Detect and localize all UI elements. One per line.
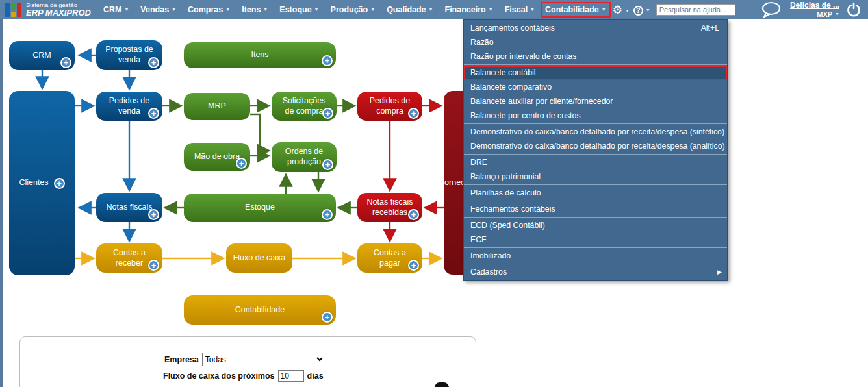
flow-box-crm[interactable]: CRM+	[9, 41, 75, 70]
add-plus-icon[interactable]: +	[322, 209, 333, 220]
clipped-button-arc	[435, 382, 449, 387]
flow-box-label: MRP	[208, 101, 226, 112]
add-plus-icon[interactable]: +	[236, 158, 247, 169]
empresa-label: Empresa	[164, 355, 199, 364]
add-plus-icon[interactable]: +	[54, 178, 65, 189]
flow-box-mrp[interactable]: MRP	[184, 93, 250, 120]
flow-box-solicitacoes_compra[interactable]: Solicitações de compra+	[272, 92, 337, 121]
menu-crm[interactable]: CRM▼	[97, 5, 134, 14]
add-plus-icon[interactable]: +	[148, 57, 159, 68]
flow-box-ordens_producao[interactable]: Ordens de produção+	[272, 142, 337, 172]
flow-box-propostas_venda[interactable]: Propostas de venda+	[96, 40, 162, 70]
company-selector[interactable]: MXP▼	[790, 10, 839, 19]
flow-box-contas_receber[interactable]: Contas a receber+	[96, 243, 162, 273]
dropdown-item-6-1[interactable]: ECF	[464, 232, 727, 247]
flow-box-notas_fiscais_recebidas[interactable]: Notas fiscais recebidas+	[357, 193, 422, 222]
menu-producao[interactable]: Produção▼	[325, 5, 381, 14]
empresa-select[interactable]: Todas	[202, 353, 326, 366]
flow-box-mao_de_obra[interactable]: Mão de obra+	[184, 143, 250, 171]
flow-box-contas_pagar[interactable]: Contas a pagar+	[357, 243, 422, 273]
help-icon[interactable]: ?▼	[632, 4, 652, 16]
flow-box-fluxo_caixa[interactable]: Fluxo de caixa	[226, 243, 292, 273]
add-plus-icon[interactable]: +	[322, 108, 333, 119]
flow-box-itens[interactable]: Itens+	[184, 42, 336, 68]
dropdown-item-2-1[interactable]: Demonstrativo do caixa/banco detalhado p…	[464, 139, 727, 153]
dropdown-item-5-0[interactable]: Fechamentos contábeis	[464, 202, 727, 216]
chat-icon[interactable]	[760, 1, 784, 18]
dropdown-item-7-0[interactable]: Imobilizado	[464, 249, 727, 263]
menu-separator	[464, 201, 727, 201]
chevron-down-icon: ▼	[314, 7, 319, 12]
flow-box-label: Mão de obra	[194, 152, 240, 162]
dropdown-item-2-0[interactable]: Demonstrativo do caixa/banco detalhado p…	[464, 125, 727, 139]
add-plus-icon[interactable]: +	[322, 312, 333, 323]
chevron-down-icon: ▼	[625, 8, 630, 13]
dropdown-item-1-3[interactable]: Balancete por centro de custos	[464, 108, 727, 123]
flow-box-label: Clientes	[19, 178, 48, 188]
chevron-down-icon: ▼	[370, 7, 375, 12]
app-logo: Sistema de gestão ERP MAXIPROD	[0, 2, 97, 18]
chevron-down-icon: ▼	[602, 7, 606, 12]
user-block: Delicias de ... MXP▼	[790, 1, 839, 19]
gear-icon[interactable]: ⚙▼	[611, 5, 632, 16]
flow-box-notas_fiscais[interactable]: Notas fiscais+	[96, 193, 162, 222]
dropdown-item-3-1[interactable]: Balanço patrimonial	[464, 169, 727, 184]
chevron-down-icon: ▼	[530, 7, 535, 12]
dropdown-item-0-0[interactable]: Lançamentos contábeisAlt+L	[464, 21, 727, 35]
dropdown-item-4-0[interactable]: Planilhas de cálculo	[464, 186, 727, 200]
erp-page: Sistema de gestão ERP MAXIPROD CRM▼Venda…	[0, 0, 868, 387]
add-plus-icon[interactable]: +	[408, 209, 419, 220]
flow-box-clientes[interactable]: Clientes+	[9, 91, 75, 275]
flow-box-pedidos_compra[interactable]: Pedidos de compra+	[357, 92, 422, 121]
main-menu-bar: CRM▼Vendas▼Compras▼Itens▼Estoque▼Produçã…	[97, 2, 611, 18]
menu-separator	[464, 247, 727, 248]
menu-separator	[464, 123, 727, 124]
menu-estoque[interactable]: Estoque▼	[274, 5, 324, 14]
menu-separator	[464, 264, 727, 264]
chevron-down-icon: ▼	[124, 7, 129, 12]
menu-fiscal[interactable]: Fiscal▼	[499, 5, 541, 14]
menu-financeiro[interactable]: Financeiro▼	[439, 5, 499, 14]
dropdown-item-3-0[interactable]: DRE	[464, 155, 727, 169]
menu-qualidade[interactable]: Qualidade▼	[381, 5, 439, 14]
chevron-down-icon: ▼	[835, 12, 839, 16]
menu-itens[interactable]: Itens▼	[236, 5, 274, 14]
add-plus-icon[interactable]: +	[322, 55, 333, 66]
add-plus-icon[interactable]: +	[322, 159, 333, 170]
dropdown-item-1-0[interactable]: Balancete contábil	[464, 66, 727, 80]
dashboard-filter-panel: Empresa Todas Fluxo de caixa dos próximo…	[19, 336, 476, 387]
dropdown-item-0-2[interactable]: Razão por intervalo de contas	[464, 49, 727, 64]
dropdown-item-6-0[interactable]: ECD (Sped Contábil)	[464, 218, 727, 232]
flow-box-label: Contabilidade	[235, 305, 285, 316]
add-plus-icon[interactable]: +	[148, 209, 159, 220]
menu-compras[interactable]: Compras▼	[182, 5, 236, 14]
dropdown-item-8-0[interactable]: Cadastros▶	[464, 265, 727, 279]
user-account-link[interactable]: Delicias de ...	[790, 1, 839, 10]
top-navigation-bar: Sistema de gestão ERP MAXIPROD CRM▼Venda…	[0, 0, 868, 19]
menu-separator	[464, 154, 727, 155]
menu-contabilidade[interactable]: Contabilidade▼	[541, 2, 611, 18]
chevron-down-icon: ▼	[429, 7, 433, 12]
flow-box-label: Itens	[251, 50, 268, 60]
add-plus-icon[interactable]: +	[408, 108, 419, 119]
submenu-arrow-icon: ▶	[717, 269, 722, 275]
help-search-input[interactable]	[656, 4, 735, 16]
menu-separator	[464, 64, 727, 65]
flow-box-contabilidade[interactable]: Contabilidade+	[184, 295, 336, 325]
fluxo-caixa-label: Fluxo de caixa dos próximos	[163, 371, 275, 381]
contabilidade-dropdown-menu: Lançamentos contábeisAlt+LRazãoRazão por…	[463, 19, 728, 281]
flow-box-estoque[interactable]: Estoque+	[184, 194, 336, 222]
dropdown-item-1-2[interactable]: Balancete auxiliar por cliente/fornecedo…	[464, 94, 727, 108]
dropdown-item-0-1[interactable]: Razão	[464, 35, 727, 49]
add-plus-icon[interactable]: +	[408, 260, 419, 271]
add-plus-icon[interactable]: +	[148, 260, 159, 271]
power-icon[interactable]	[846, 2, 862, 18]
days-input[interactable]	[278, 370, 304, 382]
add-plus-icon[interactable]: +	[60, 57, 71, 68]
add-plus-icon[interactable]: +	[148, 108, 159, 119]
menu-vendas[interactable]: Vendas▼	[134, 5, 182, 14]
flow-box-pedidos_venda[interactable]: Pedidos de venda+	[96, 92, 162, 121]
dropdown-item-1-1[interactable]: Balancete comparativo	[464, 80, 727, 94]
chevron-down-icon: ▼	[263, 7, 268, 12]
left-edge-strip	[0, 19, 3, 387]
